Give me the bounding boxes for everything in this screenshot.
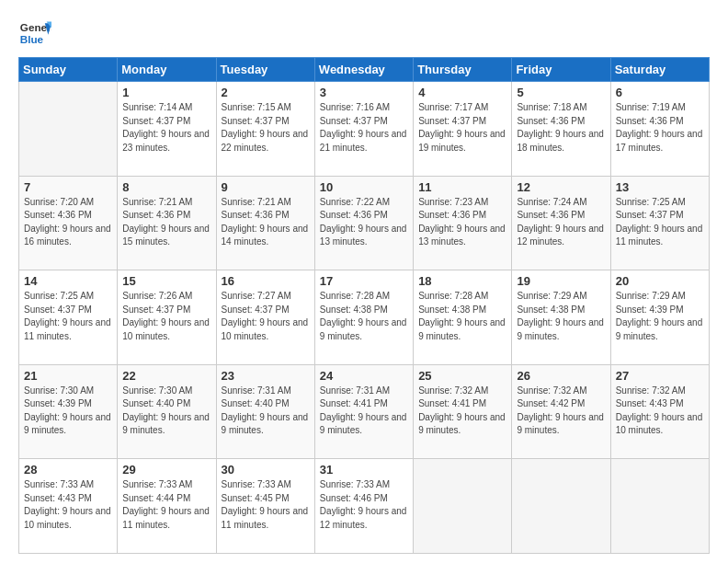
calendar-cell: 22Sunrise: 7:30 AMSunset: 4:40 PMDayligh… [118, 364, 216, 459]
day-info: Sunrise: 7:32 AMSunset: 4:42 PMDaylight:… [517, 385, 605, 438]
calendar-cell: 7Sunrise: 7:20 AMSunset: 4:36 PMDaylight… [19, 176, 118, 270]
day-number: 24 [320, 369, 408, 383]
day-header-friday: Friday [512, 58, 610, 82]
day-info: Sunrise: 7:33 AMSunset: 4:45 PMDaylight:… [222, 478, 310, 532]
day-number: 3 [320, 86, 408, 99]
day-number: 30 [222, 463, 310, 477]
calendar-cell: 20Sunrise: 7:29 AMSunset: 4:39 PMDayligh… [610, 270, 709, 365]
day-info: Sunrise: 7:27 AMSunset: 4:37 PMDaylight:… [222, 290, 310, 343]
day-header-monday: Monday [118, 58, 216, 82]
logo-icon: General Blue [18, 17, 51, 50]
day-info: Sunrise: 7:28 AMSunset: 4:38 PMDaylight:… [320, 290, 408, 343]
day-number: 19 [517, 274, 605, 288]
day-info: Sunrise: 7:30 AMSunset: 4:40 PMDaylight:… [122, 385, 210, 438]
day-number: 21 [24, 369, 112, 383]
day-number: 31 [320, 463, 408, 477]
calendar-cell: 13Sunrise: 7:25 AMSunset: 4:37 PMDayligh… [610, 176, 709, 270]
day-info: Sunrise: 7:21 AMSunset: 4:36 PMDaylight:… [122, 196, 210, 249]
logo: General Blue [18, 17, 51, 50]
day-number: 26 [517, 369, 605, 383]
calendar-cell: 12Sunrise: 7:24 AMSunset: 4:36 PMDayligh… [512, 176, 610, 270]
calendar-cell: 19Sunrise: 7:29 AMSunset: 4:38 PMDayligh… [512, 270, 610, 365]
calendar-cell: 9Sunrise: 7:21 AMSunset: 4:36 PMDaylight… [216, 176, 314, 270]
day-number: 16 [222, 274, 310, 288]
day-number: 25 [418, 369, 506, 383]
day-info: Sunrise: 7:24 AMSunset: 4:36 PMDaylight:… [517, 196, 605, 249]
day-info: Sunrise: 7:26 AMSunset: 4:37 PMDaylight:… [122, 290, 210, 343]
day-info: Sunrise: 7:33 AMSunset: 4:46 PMDaylight:… [320, 478, 408, 532]
day-info: Sunrise: 7:25 AMSunset: 4:37 PMDaylight:… [24, 290, 112, 343]
calendar-cell: 2Sunrise: 7:15 AMSunset: 4:37 PMDaylight… [216, 82, 314, 177]
calendar-cell: 23Sunrise: 7:31 AMSunset: 4:40 PMDayligh… [216, 364, 314, 459]
day-info: Sunrise: 7:22 AMSunset: 4:36 PMDaylight:… [320, 196, 408, 249]
day-info: Sunrise: 7:33 AMSunset: 4:44 PMDaylight:… [122, 478, 210, 532]
day-number: 6 [616, 86, 704, 99]
calendar-week-row: 28Sunrise: 7:33 AMSunset: 4:43 PMDayligh… [19, 459, 710, 554]
calendar-cell: 4Sunrise: 7:17 AMSunset: 4:37 PMDaylight… [414, 82, 512, 177]
calendar-cell: 18Sunrise: 7:28 AMSunset: 4:38 PMDayligh… [414, 270, 512, 365]
calendar-cell [19, 82, 118, 177]
day-info: Sunrise: 7:33 AMSunset: 4:43 PMDaylight:… [24, 478, 112, 532]
calendar-week-row: 1Sunrise: 7:14 AMSunset: 4:37 PMDaylight… [19, 82, 710, 177]
day-info: Sunrise: 7:23 AMSunset: 4:36 PMDaylight:… [418, 196, 506, 249]
calendar-cell: 17Sunrise: 7:28 AMSunset: 4:38 PMDayligh… [314, 270, 413, 365]
day-info: Sunrise: 7:15 AMSunset: 4:37 PMDaylight:… [222, 101, 310, 155]
calendar-cell: 24Sunrise: 7:31 AMSunset: 4:41 PMDayligh… [314, 364, 413, 459]
day-number: 13 [616, 180, 704, 194]
day-info: Sunrise: 7:29 AMSunset: 4:38 PMDaylight:… [517, 290, 605, 343]
calendar-table: SundayMondayTuesdayWednesdayThursdayFrid… [18, 57, 710, 554]
day-number: 5 [517, 86, 605, 99]
day-header-wednesday: Wednesday [314, 58, 413, 82]
day-number: 22 [122, 369, 210, 383]
calendar-cell: 16Sunrise: 7:27 AMSunset: 4:37 PMDayligh… [216, 270, 314, 365]
day-info: Sunrise: 7:17 AMSunset: 4:37 PMDaylight:… [418, 101, 506, 155]
calendar-cell: 11Sunrise: 7:23 AMSunset: 4:36 PMDayligh… [414, 176, 512, 270]
day-header-sunday: Sunday [19, 58, 118, 82]
calendar-cell: 27Sunrise: 7:32 AMSunset: 4:43 PMDayligh… [610, 364, 709, 459]
day-number: 7 [24, 180, 112, 194]
calendar-cell: 30Sunrise: 7:33 AMSunset: 4:45 PMDayligh… [216, 459, 314, 554]
calendar-cell: 15Sunrise: 7:26 AMSunset: 4:37 PMDayligh… [118, 270, 216, 365]
day-info: Sunrise: 7:28 AMSunset: 4:38 PMDaylight:… [418, 290, 506, 343]
day-number: 8 [122, 180, 210, 194]
day-header-tuesday: Tuesday [216, 58, 314, 82]
day-info: Sunrise: 7:19 AMSunset: 4:36 PMDaylight:… [616, 101, 704, 155]
day-number: 10 [320, 180, 408, 194]
day-info: Sunrise: 7:30 AMSunset: 4:39 PMDaylight:… [24, 385, 112, 438]
calendar-cell: 14Sunrise: 7:25 AMSunset: 4:37 PMDayligh… [19, 270, 118, 365]
calendar-cell: 29Sunrise: 7:33 AMSunset: 4:44 PMDayligh… [118, 459, 216, 554]
calendar-cell: 10Sunrise: 7:22 AMSunset: 4:36 PMDayligh… [314, 176, 413, 270]
page: General Blue SundayMondayTuesdayWednesda… [0, 0, 728, 563]
day-number: 17 [320, 274, 408, 288]
calendar-week-row: 21Sunrise: 7:30 AMSunset: 4:39 PMDayligh… [19, 364, 710, 459]
day-number: 20 [616, 274, 704, 288]
calendar-cell: 3Sunrise: 7:16 AMSunset: 4:37 PMDaylight… [314, 82, 413, 177]
calendar-week-row: 14Sunrise: 7:25 AMSunset: 4:37 PMDayligh… [19, 270, 710, 365]
day-info: Sunrise: 7:31 AMSunset: 4:41 PMDaylight:… [320, 385, 408, 438]
day-number: 2 [222, 86, 310, 99]
day-number: 4 [418, 86, 506, 99]
calendar-header-row: SundayMondayTuesdayWednesdayThursdayFrid… [19, 58, 710, 82]
day-number: 27 [616, 369, 704, 383]
calendar-cell [414, 459, 512, 554]
day-number: 29 [122, 463, 210, 477]
calendar-cell: 8Sunrise: 7:21 AMSunset: 4:36 PMDaylight… [118, 176, 216, 270]
calendar-cell: 31Sunrise: 7:33 AMSunset: 4:46 PMDayligh… [314, 459, 413, 554]
day-number: 9 [222, 180, 310, 194]
calendar-cell: 5Sunrise: 7:18 AMSunset: 4:36 PMDaylight… [512, 82, 610, 177]
calendar-cell [512, 459, 610, 554]
calendar-cell: 21Sunrise: 7:30 AMSunset: 4:39 PMDayligh… [19, 364, 118, 459]
day-info: Sunrise: 7:31 AMSunset: 4:40 PMDaylight:… [222, 385, 310, 438]
calendar-cell: 26Sunrise: 7:32 AMSunset: 4:42 PMDayligh… [512, 364, 610, 459]
day-info: Sunrise: 7:14 AMSunset: 4:37 PMDaylight:… [122, 101, 210, 155]
calendar-cell: 6Sunrise: 7:19 AMSunset: 4:36 PMDaylight… [610, 82, 709, 177]
day-info: Sunrise: 7:32 AMSunset: 4:43 PMDaylight:… [616, 385, 704, 438]
day-number: 18 [418, 274, 506, 288]
day-header-saturday: Saturday [610, 58, 709, 82]
calendar-cell: 1Sunrise: 7:14 AMSunset: 4:37 PMDaylight… [118, 82, 216, 177]
calendar-cell [610, 459, 709, 554]
day-number: 11 [418, 180, 506, 194]
day-number: 1 [122, 86, 210, 99]
day-number: 23 [222, 369, 310, 383]
header: General Blue [18, 17, 710, 50]
